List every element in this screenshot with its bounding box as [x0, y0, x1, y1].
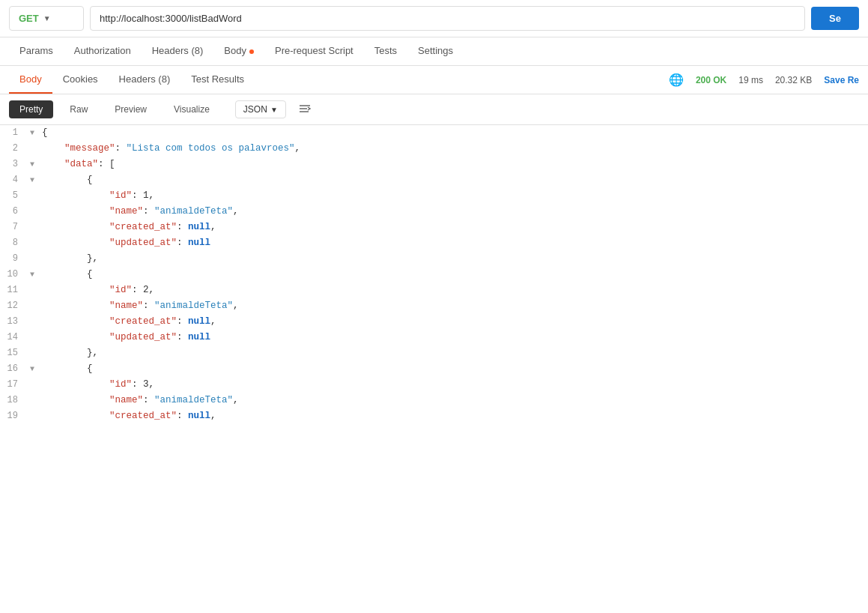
code-content: "created_at": null, — [40, 220, 868, 235]
json-type-dropdown[interactable]: JSON ▼ — [235, 100, 286, 118]
code-content: "id": 1, — [40, 188, 868, 203]
collapse-arrow[interactable]: ▼ — [30, 361, 40, 375]
code-line: 5 "id": 1, — [0, 188, 868, 204]
code-line: 2 "message": "Lista com todos os palavro… — [0, 141, 868, 157]
collapse-arrow — [30, 283, 40, 285]
code-content: "id": 3, — [40, 377, 868, 392]
line-number: 7 — [0, 220, 30, 235]
method-dropdown[interactable]: GET ▼ — [9, 6, 84, 31]
code-line: 18 "name": "animaldeTeta", — [0, 393, 868, 408]
format-raw[interactable]: Raw — [59, 100, 98, 118]
resp-tab-headers[interactable]: Headers (8) — [109, 66, 181, 94]
resp-tab-test-results[interactable]: Test Results — [180, 66, 255, 94]
line-number: 13 — [0, 314, 30, 329]
code-line: 13 "created_at": null, — [0, 314, 868, 330]
response-size: 20.32 KB — [775, 75, 812, 85]
collapse-arrow — [30, 298, 40, 301]
code-content: { — [40, 267, 868, 282]
code-content: "name": "animaldeTeta", — [40, 298, 868, 313]
collapse-arrow[interactable]: ▼ — [30, 267, 40, 281]
code-line: 11 "id": 2, — [0, 283, 868, 298]
code-line: 6 "name": "animaldeTeta", — [0, 204, 868, 220]
line-number: 15 — [0, 345, 30, 360]
code-content: { — [40, 125, 868, 140]
code-content: "created_at": null, — [40, 314, 868, 329]
response-tabs-bar: Body Cookies Headers (8) Test Results 🌐 … — [0, 66, 868, 94]
collapse-arrow[interactable]: ▼ — [30, 125, 40, 139]
format-pretty[interactable]: Pretty — [9, 100, 53, 118]
tab-headers[interactable]: Headers (8) — [142, 37, 214, 65]
line-number: 11 — [0, 283, 30, 298]
line-number: 14 — [0, 330, 30, 345]
format-visualize[interactable]: Visualize — [163, 100, 220, 118]
code-content: "data": [ — [40, 157, 868, 172]
json-type-label: JSON — [243, 104, 267, 115]
line-number: 10 — [0, 267, 30, 282]
request-bar: GET ▼ Se — [0, 0, 868, 37]
globe-icon: 🌐 — [669, 73, 684, 87]
code-content: "message": "Lista com todos os palavroes… — [40, 141, 868, 156]
code-line: 19 "created_at": null, — [0, 408, 868, 424]
collapse-arrow — [30, 235, 40, 238]
code-line: 7 "created_at": null, — [0, 220, 868, 235]
code-line: 17 "id": 3, — [0, 377, 868, 393]
collapse-arrow[interactable]: ▼ — [30, 172, 40, 187]
code-content: "created_at": null, — [40, 408, 868, 423]
code-content: "name": "animaldeTeta", — [40, 393, 868, 408]
collapse-arrow — [30, 377, 40, 379]
code-line: 15 }, — [0, 345, 868, 361]
collapse-arrow — [30, 251, 40, 253]
code-content: "updated_at": null — [40, 330, 868, 345]
line-number: 3 — [0, 157, 30, 172]
line-number: 12 — [0, 298, 30, 313]
line-number: 18 — [0, 393, 30, 408]
response-meta: 🌐 200 OK 19 ms 20.32 KB Save Re — [669, 73, 859, 87]
code-content: { — [40, 172, 868, 187]
tab-body[interactable]: Body — [213, 37, 264, 65]
tab-authorization[interactable]: Authorization — [64, 37, 142, 65]
collapse-arrow — [30, 188, 40, 190]
collapse-arrow — [30, 330, 40, 332]
code-content: }, — [40, 345, 868, 360]
code-line: 1▼{ — [0, 125, 868, 141]
code-line: 16▼ { — [0, 361, 868, 377]
tab-pre-request[interactable]: Pre-request Script — [264, 37, 364, 65]
method-label: GET — [19, 13, 39, 24]
line-number: 8 — [0, 235, 30, 250]
code-line: 4▼ { — [0, 172, 868, 188]
code-content: "id": 2, — [40, 283, 868, 298]
code-line: 8 "updated_at": null — [0, 235, 868, 251]
code-line: 9 }, — [0, 251, 868, 267]
tab-params[interactable]: Params — [9, 37, 64, 65]
wrap-toggle[interactable] — [298, 103, 312, 116]
response-body: 1▼{2 "message": "Lista com todos os pala… — [0, 125, 868, 566]
collapse-arrow — [30, 204, 40, 206]
status-badge: 200 OK — [696, 75, 726, 85]
line-number: 4 — [0, 172, 30, 187]
format-preview[interactable]: Preview — [104, 100, 157, 118]
line-number: 19 — [0, 408, 30, 423]
code-content: { — [40, 361, 868, 376]
collapse-arrow — [30, 345, 40, 348]
code-content: "updated_at": null — [40, 235, 868, 250]
line-number: 9 — [0, 251, 30, 266]
collapse-arrow — [30, 220, 40, 222]
save-response-button[interactable]: Save Re — [824, 75, 859, 85]
tab-settings[interactable]: Settings — [407, 37, 464, 65]
request-tabs-bar: Params Authorization Headers (8) Body Pr… — [0, 37, 868, 66]
response-time: 19 ms — [738, 75, 763, 85]
resp-tab-cookies[interactable]: Cookies — [52, 66, 109, 94]
resp-tab-body[interactable]: Body — [9, 66, 52, 94]
code-content: "name": "animaldeTeta", — [40, 204, 868, 219]
url-input[interactable] — [90, 6, 805, 31]
format-bar: Pretty Raw Preview Visualize JSON ▼ — [0, 94, 868, 125]
collapse-arrow — [30, 314, 40, 316]
line-number: 16 — [0, 361, 30, 376]
tab-tests[interactable]: Tests — [364, 37, 407, 65]
code-line: 12 "name": "animaldeTeta", — [0, 298, 868, 314]
code-line: 10▼ { — [0, 267, 868, 283]
collapse-arrow[interactable]: ▼ — [30, 157, 40, 171]
collapse-arrow — [30, 408, 40, 411]
send-button[interactable]: Se — [811, 7, 859, 30]
line-number: 6 — [0, 204, 30, 219]
